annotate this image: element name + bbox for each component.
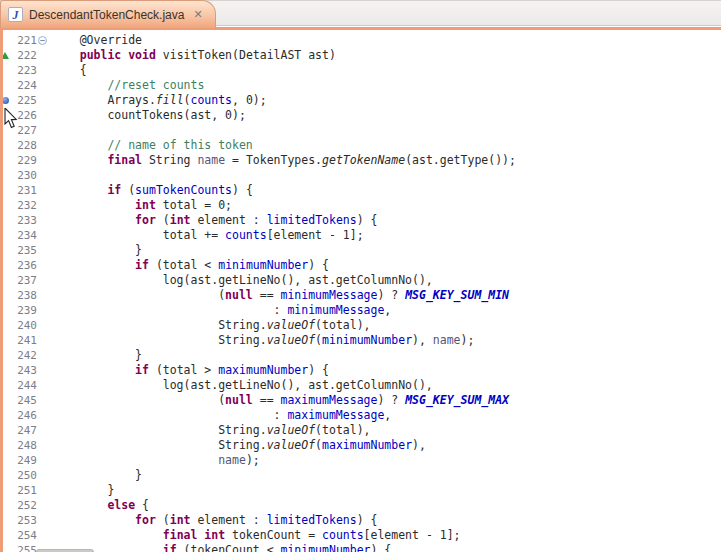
code-line-240[interactable]: 240 String.valueOf(total), bbox=[0, 318, 721, 333]
code-line-247[interactable]: 247 String.valueOf(total), bbox=[0, 423, 721, 438]
folding-ruler-cell[interactable] bbox=[37, 288, 49, 303]
code-line-246[interactable]: 246 : maximumMessage, bbox=[0, 408, 721, 423]
code-text[interactable]: { bbox=[49, 63, 87, 78]
code-line-244[interactable]: 244 log(ast.getLineNo(), ast.getColumnNo… bbox=[0, 378, 721, 393]
code-text[interactable]: (null == minimumMessage) ? MSG_KEY_SUM_M… bbox=[49, 288, 509, 303]
code-text[interactable]: @Override bbox=[49, 33, 142, 48]
code-text[interactable]: //reset counts bbox=[49, 78, 204, 93]
code-line-248[interactable]: 248 String.valueOf(maximumNumber), bbox=[0, 438, 721, 453]
folding-ruler-cell[interactable] bbox=[37, 213, 49, 228]
code-line-221[interactable]: 221− @Override bbox=[0, 33, 721, 48]
folding-ruler-cell[interactable] bbox=[37, 63, 49, 78]
code-editor-area[interactable]: 220221− @Override222 public void visitTo… bbox=[0, 30, 721, 552]
code-line-250[interactable]: 250 } bbox=[0, 468, 721, 483]
folding-ruler-cell[interactable] bbox=[37, 393, 49, 408]
folding-ruler-cell[interactable] bbox=[37, 453, 49, 468]
folding-ruler-cell[interactable] bbox=[37, 363, 49, 378]
code-text[interactable]: name); bbox=[49, 453, 260, 468]
code-text[interactable]: for (int element : limitedTokens) { bbox=[49, 513, 377, 528]
code-line-252[interactable]: 252 else { bbox=[0, 498, 721, 513]
code-line-241[interactable]: 241 String.valueOf(minimumNumber), name)… bbox=[0, 333, 721, 348]
folding-ruler-cell[interactable] bbox=[37, 318, 49, 333]
code-text[interactable]: total += counts[element - 1]; bbox=[49, 228, 364, 243]
code-text[interactable]: public void visitToken(DetailAST ast) bbox=[49, 48, 336, 63]
code-text[interactable]: String.valueOf(maximumNumber), bbox=[49, 438, 426, 453]
folding-ruler-cell[interactable] bbox=[37, 528, 49, 543]
code-line-230[interactable]: 230 bbox=[0, 168, 721, 183]
code-line-231[interactable]: 231 if (sumTokenCounts) { bbox=[0, 183, 721, 198]
folding-ruler-cell[interactable] bbox=[37, 408, 49, 423]
code-line-254[interactable]: 254 final int tokenCount = counts[elemen… bbox=[0, 528, 721, 543]
code-text[interactable]: (null == maximumMessage) ? MSG_KEY_SUM_M… bbox=[49, 393, 509, 408]
code-line-245[interactable]: 245 (null == maximumMessage) ? MSG_KEY_S… bbox=[0, 393, 721, 408]
code-text[interactable]: if (total < minimumNumber) { bbox=[49, 258, 329, 273]
code-text[interactable]: log(ast.getLineNo(), ast.getColumnNo(), bbox=[49, 378, 433, 393]
folding-ruler-cell[interactable] bbox=[37, 198, 49, 213]
code-text[interactable]: String.valueOf(minimumNumber), name); bbox=[49, 333, 474, 348]
code-text[interactable]: for (int element : limitedTokens) { bbox=[49, 213, 377, 228]
folding-ruler-cell[interactable] bbox=[37, 483, 49, 498]
code-line-233[interactable]: 233 for (int element : limitedTokens) { bbox=[0, 213, 721, 228]
code-line-232[interactable]: 232 int total = 0; bbox=[0, 198, 721, 213]
code-text[interactable]: if (tokenCount < minimumNumber) { bbox=[49, 543, 391, 552]
code-line-229[interactable]: 229 final String name = TokenTypes.getTo… bbox=[0, 153, 721, 168]
code-text[interactable]: String.valueOf(total), bbox=[49, 318, 371, 333]
code-text[interactable]: } bbox=[49, 243, 142, 258]
folding-ruler-cell[interactable] bbox=[37, 123, 49, 138]
code-line-228[interactable]: 228 // name of this token bbox=[0, 138, 721, 153]
folding-ruler-cell[interactable] bbox=[37, 78, 49, 93]
code-text[interactable]: Arrays.fill(counts, 0); bbox=[49, 93, 267, 108]
code-text[interactable]: countTokens(ast, 0); bbox=[49, 108, 246, 123]
tab-close-icon[interactable]: ✕ bbox=[193, 9, 202, 20]
folding-ruler-cell[interactable] bbox=[37, 423, 49, 438]
folding-ruler-cell[interactable]: − bbox=[37, 33, 49, 48]
code-text[interactable]: } bbox=[49, 483, 114, 498]
folding-ruler-cell[interactable] bbox=[37, 138, 49, 153]
code-text[interactable]: if (total > maximumNumber) { bbox=[49, 363, 329, 378]
folding-ruler-cell[interactable] bbox=[37, 108, 49, 123]
code-line-236[interactable]: 236 if (total < minimumNumber) { bbox=[0, 258, 721, 273]
code-text[interactable]: String.valueOf(total), bbox=[49, 423, 371, 438]
code-line-249[interactable]: 249 name); bbox=[0, 453, 721, 468]
code-line-251[interactable]: 251 } bbox=[0, 483, 721, 498]
code-line-255[interactable]: 255 if (tokenCount < minimumNumber) { bbox=[0, 543, 721, 552]
folding-ruler-cell[interactable] bbox=[37, 303, 49, 318]
folding-ruler-cell[interactable] bbox=[37, 258, 49, 273]
code-text[interactable]: final String name = TokenTypes.getTokenN… bbox=[49, 153, 516, 168]
folding-ruler-cell[interactable] bbox=[37, 333, 49, 348]
folding-ruler-cell[interactable] bbox=[37, 438, 49, 453]
code-line-237[interactable]: 237 log(ast.getLineNo(), ast.getColumnNo… bbox=[0, 273, 721, 288]
code-text[interactable]: // name of this token bbox=[49, 138, 253, 153]
code-text[interactable]: if (sumTokenCounts) { bbox=[49, 183, 253, 198]
code-line-224[interactable]: 224 //reset counts bbox=[0, 78, 721, 93]
breakpoint-dot-icon[interactable] bbox=[2, 97, 9, 104]
folding-ruler-cell[interactable] bbox=[37, 468, 49, 483]
code-line-227[interactable]: 227 bbox=[0, 123, 721, 138]
folding-ruler-cell[interactable] bbox=[37, 168, 49, 183]
code-line-239[interactable]: 239 : minimumMessage, bbox=[0, 303, 721, 318]
code-text[interactable]: log(ast.getLineNo(), ast.getColumnNo(), bbox=[49, 273, 433, 288]
folding-ruler-cell[interactable] bbox=[37, 513, 49, 528]
folding-ruler-cell[interactable] bbox=[37, 378, 49, 393]
folding-ruler-cell[interactable] bbox=[37, 498, 49, 513]
folding-ruler-cell[interactable] bbox=[37, 93, 49, 108]
code-text[interactable]: final int tokenCount = counts[element - … bbox=[49, 528, 461, 543]
code-line-238[interactable]: 238 (null == minimumMessage) ? MSG_KEY_S… bbox=[0, 288, 721, 303]
folding-ruler-cell[interactable] bbox=[37, 243, 49, 258]
tab-descendanttokencheck-java[interactable]: J DescendantTokenCheck.java ✕ bbox=[0, 0, 216, 28]
code-text[interactable]: } bbox=[49, 468, 142, 483]
code-text[interactable]: } bbox=[49, 348, 142, 363]
code-text[interactable]: : maximumMessage, bbox=[49, 408, 391, 423]
folding-ruler-cell[interactable] bbox=[37, 273, 49, 288]
code-line-243[interactable]: 243 if (total > maximumNumber) { bbox=[0, 363, 721, 378]
code-text[interactable]: int total = 0; bbox=[49, 198, 232, 213]
folding-ruler-cell[interactable] bbox=[37, 228, 49, 243]
code-line-242[interactable]: 242 } bbox=[0, 348, 721, 363]
code-text[interactable]: : minimumMessage, bbox=[49, 303, 391, 318]
code-line-225[interactable]: 225 Arrays.fill(counts, 0); bbox=[0, 93, 721, 108]
folding-ruler-cell[interactable] bbox=[37, 183, 49, 198]
folding-ruler-cell[interactable] bbox=[37, 153, 49, 168]
code-line-235[interactable]: 235 } bbox=[0, 243, 721, 258]
code-line-223[interactable]: 223 { bbox=[0, 63, 721, 78]
folding-ruler-cell[interactable] bbox=[37, 348, 49, 363]
